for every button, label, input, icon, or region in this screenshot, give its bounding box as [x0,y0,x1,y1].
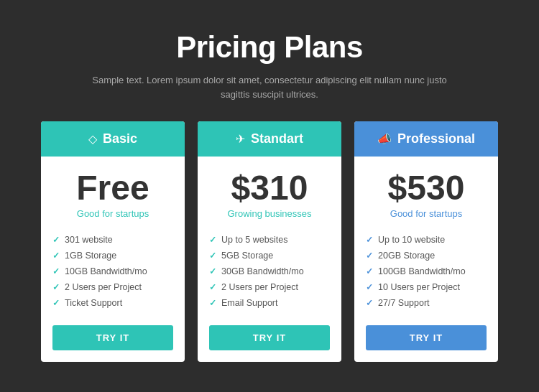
list-item: ✓2 Users per Project [209,279,330,295]
list-item: ✓100GB Bandwidth/mo [366,263,487,279]
plan-name-standart: Standart [251,131,303,146]
plan-tagline-professional: Good for startups [366,208,487,219]
plan-card-basic: ◇BasicFreeGood for startups✓301 website✓… [41,121,185,362]
plan-body-basic: FreeGood for startups✓301 website✓1GB St… [41,157,185,362]
cta-button-basic[interactable]: TRY IT [52,325,173,350]
plan-header-professional: 📣Professional [354,121,498,157]
plan-card-standart: ✈Standart$310Growing businesses✓Up to 5 … [198,121,341,362]
plan-features-professional: ✓Up to 10 website✓20GB Storage✓100GB Ban… [366,232,487,311]
feature-text: 301 website [65,235,113,245]
feature-text: Up to 5 websites [221,235,287,245]
list-item: ✓Up to 5 websites [209,232,330,248]
plan-icon-professional: 📣 [377,132,392,146]
plan-price-professional: $530 [366,171,487,205]
list-item: ✓10 Users per Project [366,279,487,295]
plan-body-professional: $530Good for startups✓Up to 10 website✓2… [354,157,498,362]
feature-text: 2 Users per Project [221,282,298,292]
checkmark-icon: ✓ [209,298,216,308]
checkmark-icon: ✓ [209,235,216,245]
checkmark-icon: ✓ [52,282,60,292]
feature-text: 100GB Bandwidth/mo [378,266,466,276]
checkmark-icon: ✓ [52,235,60,245]
list-item: ✓Ticket Support [52,295,173,311]
checkmark-icon: ✓ [52,298,60,308]
feature-text: 10 Users per Project [378,282,460,292]
plan-icon-standart: ✈ [236,132,245,146]
plans-container: ◇BasicFreeGood for startups✓301 website✓… [41,121,498,362]
list-item: ✓2 Users per Project [52,279,173,295]
checkmark-icon: ✓ [366,266,373,276]
list-item: ✓Email Support [209,295,330,311]
page-title: Pricing Plans [83,30,456,65]
plan-tagline-standart: Growing businesses [209,208,330,219]
page-subtitle: Sample text. Lorem ipsum dolor sit amet,… [83,73,456,101]
feature-text: 27/7 Support [378,298,430,308]
list-item: ✓27/7 Support [366,295,487,311]
list-item: ✓10GB Bandwidth/mo [52,263,173,279]
plan-header-basic: ◇Basic [41,121,185,157]
list-item: ✓1GB Storage [52,248,173,263]
plan-price-basic: Free [52,171,173,205]
feature-text: Ticket Support [65,298,122,308]
list-item: ✓20GB Storage [366,248,487,263]
page-header: Pricing Plans Sample text. Lorem ipsum d… [83,30,456,101]
feature-text: 10GB Bandwidth/mo [65,266,147,276]
checkmark-icon: ✓ [366,235,373,245]
plan-header-standart: ✈Standart [198,121,341,157]
cta-button-standart[interactable]: TRY IT [209,325,330,350]
plan-body-standart: $310Growing businesses✓Up to 5 websites✓… [198,157,341,362]
cta-button-professional[interactable]: TRY IT [366,325,487,350]
feature-text: 30GB Bandwidth/mo [221,266,304,276]
plan-card-professional: 📣Professional$530Good for startups✓Up to… [354,121,498,362]
feature-text: Up to 10 website [378,235,445,245]
plan-features-basic: ✓301 website✓1GB Storage✓10GB Bandwidth/… [52,232,173,311]
plan-icon-basic: ◇ [88,132,97,146]
checkmark-icon: ✓ [366,298,373,308]
plan-name-professional: Professional [397,131,475,146]
checkmark-icon: ✓ [209,282,216,292]
plan-name-basic: Basic [103,131,137,146]
list-item: ✓301 website [52,232,173,248]
plan-features-standart: ✓Up to 5 websites✓5GB Storage✓30GB Bandw… [209,232,330,311]
checkmark-icon: ✓ [52,266,60,276]
feature-text: 1GB Storage [65,251,116,261]
plan-price-standart: $310 [209,171,330,205]
feature-text: 2 Users per Project [65,282,142,292]
list-item: ✓30GB Bandwidth/mo [209,263,330,279]
plan-tagline-basic: Good for startups [52,208,173,219]
checkmark-icon: ✓ [209,251,216,261]
checkmark-icon: ✓ [52,251,60,261]
checkmark-icon: ✓ [209,266,216,276]
feature-text: 20GB Storage [378,251,435,261]
feature-text: Email Support [221,298,278,308]
checkmark-icon: ✓ [366,251,373,261]
feature-text: 5GB Storage [221,251,273,261]
list-item: ✓5GB Storage [209,248,330,263]
checkmark-icon: ✓ [366,282,373,292]
list-item: ✓Up to 10 website [366,232,487,248]
